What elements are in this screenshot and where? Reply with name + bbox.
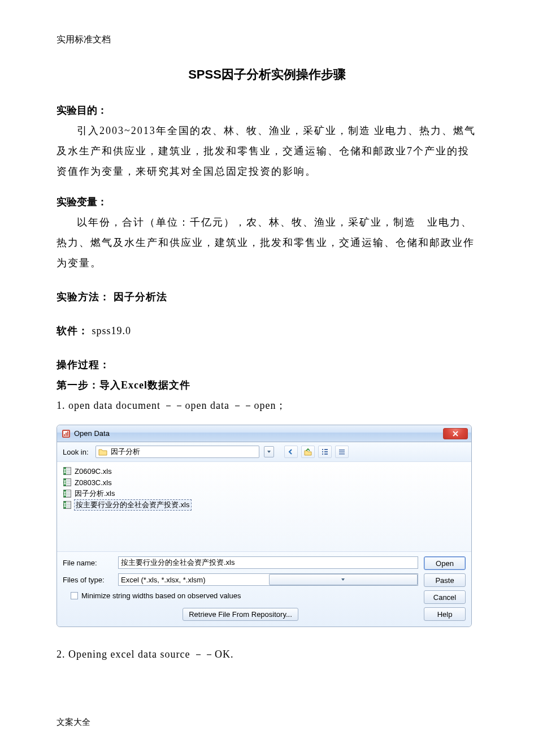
dialog-title: Open Data (74, 429, 110, 438)
file-type-dropdown-arrow[interactable] (269, 574, 418, 585)
svg-rect-7 (322, 451, 323, 452)
step2-text: 2. Opening excel data source －－OK. (57, 644, 477, 664)
chevron-down-icon (267, 450, 271, 454)
file-item[interactable]: Z0609C.xls (63, 465, 466, 477)
footer-note: 文案大全 (57, 717, 90, 728)
excel-file-icon (63, 489, 72, 498)
svg-rect-5 (322, 449, 323, 450)
document-title: SPSS因子分析实例操作步骤 (57, 66, 477, 83)
svg-rect-11 (339, 450, 345, 451)
svg-rect-10 (324, 453, 328, 455)
method-value: 因子分析法 (114, 291, 167, 303)
svg-rect-2 (64, 434, 65, 436)
purpose-label: 实验目的： (57, 103, 477, 117)
open-data-dialog: Open Data Look in: 因子分析 Z0609C.xlsZ0803C… (57, 425, 472, 627)
vars-label: 实验变量： (57, 195, 477, 209)
file-item[interactable]: Z0803C.xls (63, 477, 466, 488)
help-button[interactable]: Help (424, 607, 466, 621)
file-type-combo[interactable]: Excel (*.xls, *.xlsx, *.xlsm) (118, 573, 418, 586)
close-button[interactable] (443, 428, 468, 439)
look-in-dropdown-arrow[interactable] (264, 446, 274, 457)
up-folder-icon (304, 448, 312, 456)
file-name-input[interactable]: 按主要行业分的全社会资产投资.xls (118, 556, 418, 569)
excel-file-icon (63, 500, 72, 509)
close-icon (453, 431, 458, 437)
folder-icon (98, 448, 107, 456)
svg-rect-8 (324, 451, 328, 452)
file-item[interactable]: 因子分析.xls (63, 488, 466, 499)
look-in-label: Look in: (63, 448, 89, 456)
paste-button[interactable]: Paste (424, 573, 466, 587)
retrieve-repository-button[interactable]: Retrieve File From Repository... (183, 608, 298, 621)
look-in-value: 因子分析 (111, 447, 257, 457)
excel-file-icon (63, 478, 72, 487)
cancel-button[interactable]: Cancel (424, 590, 466, 604)
file-name-text: Z0803C.xls (74, 478, 112, 487)
list-view-icon (321, 448, 329, 456)
back-icon (287, 448, 295, 456)
purpose-text: 引入2003~2013年全国的农、林、牧、渔业，采矿业，制造 业电力、热力、燃气… (57, 120, 477, 182)
file-type-label: Files of type: (63, 576, 114, 584)
vars-text: 以年份，合计（单位：千亿元），农、林、牧、渔业，采矿业，制造 业电力、热力、燃气… (57, 212, 477, 273)
method-line: 实验方法： 因子分析法 (57, 287, 477, 307)
file-name-text: 因子分析.xls (74, 489, 116, 499)
chevron-down-icon (341, 577, 345, 582)
file-item[interactable]: 按主要行业分的全社会资产投资.xls (63, 499, 466, 511)
header-note: 实用标准文档 (57, 34, 477, 46)
spss-app-icon (62, 429, 71, 438)
minimize-checkbox[interactable] (71, 592, 78, 599)
open-button[interactable]: Open (424, 556, 466, 570)
svg-rect-12 (339, 452, 345, 453)
software-line: 软件： spss19.0 (57, 321, 477, 341)
list-view-button[interactable] (318, 446, 332, 458)
file-list[interactable]: Z0609C.xlsZ0803C.xls因子分析.xls按主要行业分的全社会资产… (57, 461, 471, 552)
up-folder-button[interactable] (301, 446, 315, 458)
minimize-label: Minimize string widths based on observed… (81, 591, 241, 600)
svg-rect-3 (66, 433, 67, 436)
svg-rect-4 (67, 431, 68, 436)
back-button[interactable] (284, 446, 298, 458)
look-in-combo[interactable]: 因子分析 (95, 446, 259, 458)
dialog-titlebar[interactable]: Open Data (57, 425, 471, 442)
svg-rect-9 (322, 453, 323, 455)
software-value: spss19.0 (92, 325, 132, 336)
look-in-toolbar: Look in: 因子分析 (57, 442, 471, 461)
details-view-button[interactable] (335, 446, 349, 458)
software-label: 软件： (57, 325, 89, 336)
file-name-text: Z0609C.xls (74, 467, 112, 476)
file-name-label: File name: (63, 559, 114, 567)
step1-text: 1. open data document －－open data －－open… (57, 395, 477, 416)
details-view-icon (338, 448, 346, 456)
svg-rect-6 (324, 449, 328, 450)
method-label: 实验方法： (57, 291, 110, 303)
excel-file-icon (63, 466, 72, 476)
file-type-value: Excel (*.xls, *.xlsx, *.xlsm) (121, 576, 269, 584)
process-label: 操作过程： (57, 355, 477, 375)
step1-label: 第一步：导入Excel数据文件 (57, 375, 477, 395)
file-name-text: 按主要行业分的全社会资产投资.xls (74, 499, 192, 511)
svg-rect-13 (339, 453, 345, 455)
